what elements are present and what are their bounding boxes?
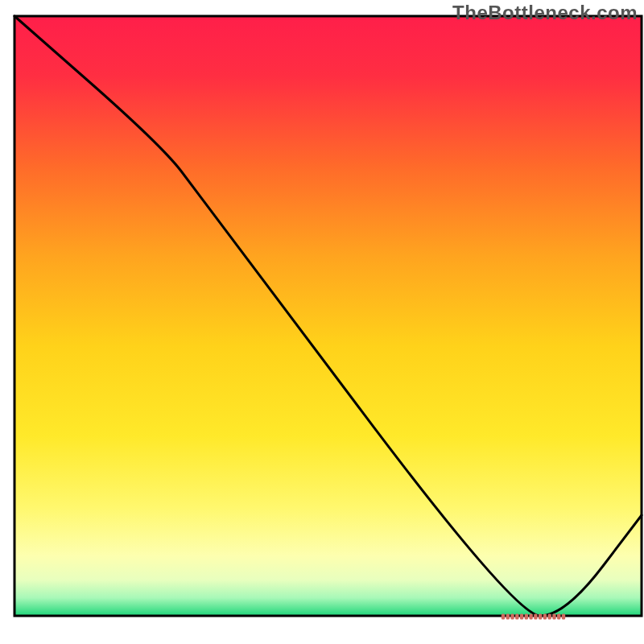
watermark-label: TheBottleneck.com xyxy=(452,2,638,24)
optimal-marker xyxy=(543,614,547,620)
optimal-marker xyxy=(506,614,510,620)
optimal-marker xyxy=(515,614,518,620)
optimal-marker xyxy=(539,614,542,620)
optimal-marker xyxy=(557,614,560,620)
optimal-marker xyxy=(502,614,505,620)
optimal-marker xyxy=(529,614,532,620)
optimal-marker xyxy=(510,614,514,620)
optimal-marker xyxy=(520,614,523,620)
bottleneck-chart xyxy=(0,0,644,644)
optimal-marker xyxy=(525,614,528,620)
optimal-marker xyxy=(562,614,565,620)
chart-background xyxy=(14,16,642,616)
optimal-marker xyxy=(534,614,537,620)
optimal-marker xyxy=(547,614,551,620)
optimal-marker xyxy=(552,614,555,620)
